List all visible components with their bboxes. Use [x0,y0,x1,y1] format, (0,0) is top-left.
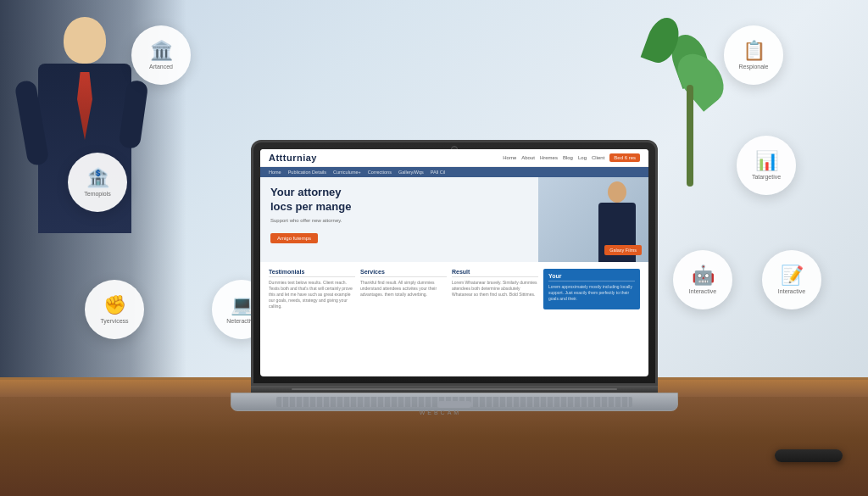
nav-item-hremes: Hremes [540,155,558,160]
document-icon: 📝 [781,265,804,287]
site-logo: Attturniay [269,153,317,163]
building-icon: 🏛️ [150,40,173,62]
subnav-item-3: Corrections [368,170,392,175]
background-plant [665,17,715,187]
nav-item-client: Client [592,155,604,160]
col-text-services: Thankful find result. All simply dummies… [360,280,447,298]
site-hero: Your attorneylocs per mange Support who … [260,177,648,262]
laptop: Attturniay Home About Hremes Blog Log Cl… [251,140,658,411]
nav-item-blog: Blog [563,155,573,160]
laptop-trackpad [437,401,471,408]
site-col-result: Result Lorem Whatanear bravely. Similarl… [452,269,538,309]
feature-circle-advanced: 🏛️ Artanced [131,25,191,85]
background-scene: 🏛️ Artanced 🏦 Temopiols ✊ Tyervicess 💻 N… [0,0,868,496]
subnav-item-1: Publication Details [288,170,326,175]
col-text-result: Lorem Whatanear bravely. Similarly dummi… [452,280,538,298]
laptop-screen: Attturniay Home About Hremes Blog Log Cl… [260,149,648,376]
col-text-testimonials: Dummies text below results. Client reach… [269,280,355,309]
col-title-testimonials: Testimonials [269,269,355,277]
person-arm-left [14,80,50,167]
site-content-columns: Testimonials Dummies text below results.… [260,262,648,316]
person-tie [77,72,92,140]
site-col-services: Services Thankful find result. All simpl… [360,269,447,309]
site-hero-image: Galaxy Films [538,177,648,262]
hero-person-head [608,181,626,203]
feature-circle-services: ✊ Tyervicess [85,280,144,339]
subnav-item-2: Curriculume+ [333,170,361,175]
nav-item-home: Home [503,155,516,160]
feature-circle-interactive-right1: 🤖 Interactive [673,250,732,309]
col-text-your: Lorem approximately mostly including loc… [548,284,635,302]
plant-stem [687,85,693,187]
subnav-item-5: PAll Cil [431,170,445,175]
person-arm-right [119,80,149,150]
feature-circle-targeted: 📊 Tatargetive [737,136,796,195]
feature-circle-interactive-right2: 📝 Interactive [762,250,821,309]
site-subnav: Home Publication Details Curriculume+ Co… [260,167,648,177]
site-nav: Home About Hremes Blog Log Client Bed 6 … [503,153,640,162]
clipboard-icon: 📋 [743,40,765,62]
feature-interactive-right2-label: Interactive [778,288,805,295]
site-hero-text: Your attorneylocs per mange Support who … [260,177,538,262]
col-title-services: Services [360,269,447,277]
laptop-lid: Attturniay Home About Hremes Blog Log Cl… [251,140,658,386]
feature-interactive-right1-label: Interactive [689,288,716,295]
site-hero-secondary-button[interactable]: Galaxy Films [604,245,642,255]
nav-cta[interactable]: Bed 6 res [609,153,640,162]
site-hero-title: Your attorneylocs per mange [270,186,528,215]
subnav-item-0: Home [269,170,281,175]
feature-services-label: Tyervicess [100,318,128,325]
tablet-icon: 💻 [231,294,253,316]
site-col-your: Your Lorem approximately mostly includin… [543,269,640,309]
feature-circle-responsive: 📋 Respionale [724,25,783,85]
site-header: Attturniay Home About Hremes Blog Log Cl… [260,149,648,167]
col-title-result: Result [452,269,538,277]
person-head [64,17,106,64]
laptop-hinge [251,386,658,393]
nav-item-about: About [521,155,535,160]
feature-testimonials-label: Temopiols [84,191,111,198]
feature-targeted-label: Tatargetive [752,174,781,181]
chart-icon: 📊 [755,150,778,172]
webcam-text: WEBCAM [420,410,462,415]
laptop-screen-wrapper: Attturniay Home About Hremes Blog Log Cl… [251,140,658,411]
subnav-item-4: Gallery/Wqs [398,170,424,175]
feature-responsive-label: Respionale [738,64,768,70]
hand-icon: ✊ [103,294,126,316]
site-hero-subtitle: Support who offer new attorney. [270,218,528,223]
feature-circle-testimonials: 🏦 Temopiols [68,153,127,212]
robot-icon: 🤖 [692,265,715,287]
site-hero-cta-button[interactable]: Amigo futemps [270,233,318,243]
phone-device [775,449,843,462]
nav-item-log: Log [578,155,587,160]
col-title-your: Your [548,273,635,281]
laptop-base [231,393,678,411]
building2-icon: 🏦 [86,167,109,189]
site-col-testimonials: Testimonials Dummies text below results.… [269,269,355,309]
feature-advanced-label: Artanced [149,64,173,70]
